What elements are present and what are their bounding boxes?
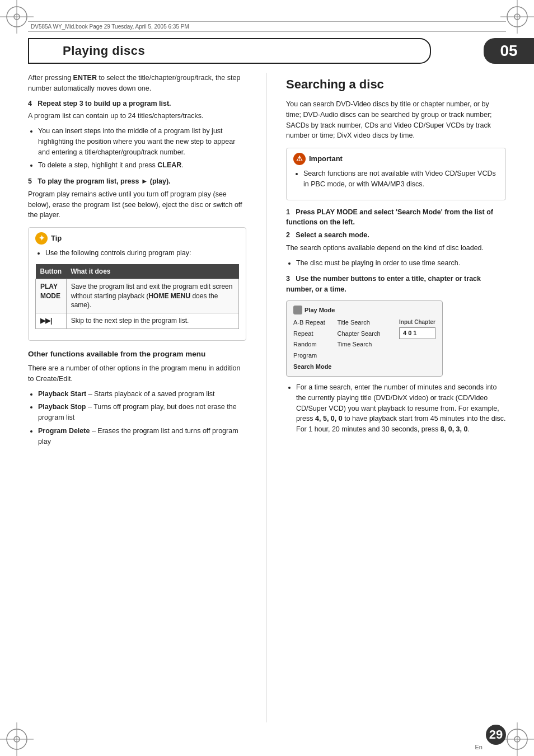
page-number: 29 [486, 725, 506, 745]
important-header: ⚠ Important [293, 153, 499, 165]
chapter-number: 05 [484, 38, 534, 64]
table-cell-button-2: ▶▶| [36, 313, 67, 329]
table-row: ▶▶| Skip to the next step in the program… [36, 313, 239, 329]
step4-bullet-2: To delete a step, highlight it and press… [38, 160, 246, 171]
table-col2-header: What it does [66, 264, 238, 279]
corner-mark-bl [0, 722, 34, 756]
tip-bullet-1: Use the following controls during progra… [45, 248, 239, 259]
table-row: PLAYMODE Save the program list and exit … [36, 279, 239, 313]
chapter-title: Playing discs [28, 38, 431, 64]
step4-header: 4 Repeat step 3 to build up a program li… [28, 98, 246, 109]
main-content: After pressing ENTER to select the title… [28, 73, 506, 722]
step2-bullet-1: The disc must be playing in order to use… [296, 258, 506, 269]
important-bullet-1: Search functions are not available with … [303, 168, 499, 190]
step2-bullets: The disc must be playing in order to use… [286, 258, 506, 269]
step3-header: 3 Use the number buttons to enter a titl… [286, 274, 506, 295]
step5-header: 5 To play the program list, press ► (pla… [28, 176, 246, 187]
metadata-text: DV585A WY_Mid.book Page 29 Tuesday, Apri… [31, 24, 189, 30]
play-mode-box: Play Mode A-B Repeat Repeat Random Progr… [286, 300, 443, 377]
step4-bullets: You can insert steps into the middle of … [28, 126, 246, 171]
chapter-header: Playing discs 05 [0, 38, 534, 64]
play-mode-title: Play Mode [293, 306, 435, 315]
section-intro: You can search DVD-Video discs by title … [286, 99, 506, 141]
input-chapter-value: 4 0 1 [399, 327, 435, 339]
tip-header: ✦ Tip [35, 232, 239, 245]
left-column: After pressing ENTER to select the title… [28, 73, 246, 722]
right-column: Searching a disc You can search DVD-Vide… [286, 73, 506, 722]
step5-body: Program play remains active until you tu… [28, 189, 246, 220]
other-functions-body: There are a number of other options in t… [28, 363, 246, 384]
program-table: Button What it does PLAYMODE Save the pr… [35, 264, 239, 329]
input-chapter-label: Input Chapter [399, 318, 435, 326]
tip-box: ✦ Tip Use the following controls during … [28, 227, 246, 341]
play-mode-left-col: A-B Repeat Repeat Random Program Search … [293, 318, 331, 372]
important-bullets: Search functions are not available with … [293, 168, 499, 190]
play-mode-middle-col: Title Search Chapter Search Time Search [337, 318, 380, 372]
tip-bullets: Use the following controls during progra… [35, 248, 239, 259]
step1-header: 1 Press PLAY MODE and select 'Search Mod… [286, 207, 506, 228]
table-cell-desc-2: Skip to the next step in the program lis… [66, 313, 238, 329]
tip-icon: ✦ [35, 232, 48, 245]
column-divider [266, 73, 266, 722]
other-functions-section: Other functions available from the progr… [28, 349, 246, 447]
step3-bullets: For a time search, enter the number of m… [286, 382, 506, 435]
play-mode-columns: A-B Repeat Repeat Random Program Search … [293, 318, 435, 372]
step4-bullet-1: You can insert steps into the middle of … [38, 126, 246, 157]
other-bullet-1: Playback Start – Starts playback of a sa… [38, 389, 246, 400]
table-cell-desc-1: Save the program list and exit the progr… [66, 279, 238, 313]
step2-header: 2 Select a search mode. [286, 230, 506, 241]
step4-body: A program list can contain up to 24 titl… [28, 111, 246, 121]
other-bullet-3: Program Delete – Erases the program list… [38, 426, 246, 447]
important-box: ⚠ Important Search functions are not ava… [286, 148, 506, 200]
other-functions-bullets: Playback Start – Starts playback of a sa… [28, 389, 246, 447]
other-bullet-2: Playback Stop – Turns off program play, … [38, 402, 246, 423]
intro-paragraph: After pressing ENTER to select the title… [28, 73, 246, 94]
corner-mark-br [500, 722, 534, 756]
important-icon: ⚠ [293, 153, 306, 165]
other-functions-header: Other functions available from the progr… [28, 349, 246, 360]
play-mode-right-col: Input Chapter 4 0 1 [399, 318, 435, 372]
table-cell-button-1: PLAYMODE [36, 279, 67, 313]
play-mode-icon [293, 306, 302, 314]
step3-bullet-1: For a time search, enter the number of m… [296, 382, 506, 435]
section-title: Searching a disc [286, 75, 506, 93]
step2-body: The search options available depend on t… [286, 243, 506, 253]
page-lang: En [475, 744, 483, 750]
metadata-bar: DV585A WY_Mid.book Page 29 Tuesday, Apri… [28, 21, 506, 32]
table-col1-header: Button [36, 264, 67, 279]
